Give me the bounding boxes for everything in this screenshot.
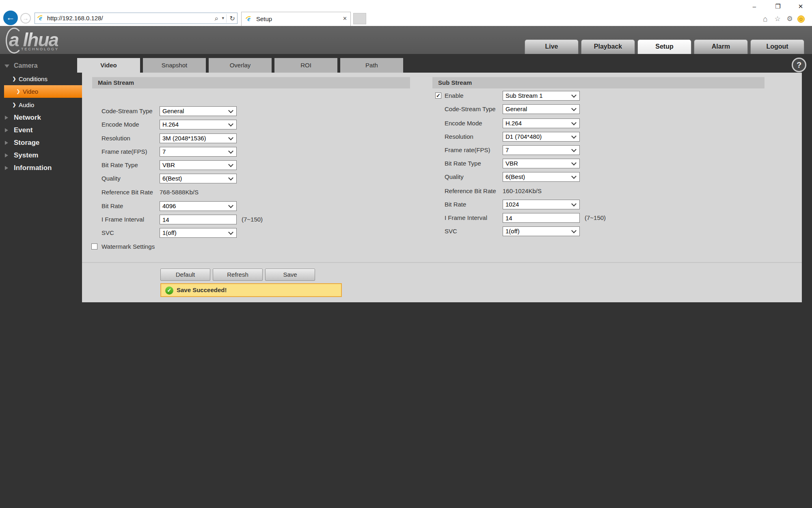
field-value: 160-1024Kb/S — [503, 186, 542, 196]
field-label: SVC — [445, 226, 457, 236]
enable-checkbox[interactable]: ✓ — [435, 93, 441, 99]
sidebar-group-storage[interactable]: Storage — [0, 137, 82, 149]
chevron-down-icon — [571, 93, 577, 98]
sidebar-group-label: System — [14, 150, 38, 161]
ie-icon: e — [245, 15, 253, 23]
nav-button-alarm[interactable]: Alarm — [694, 39, 748, 54]
sidebar-item-video[interactable]: ❯Video — [4, 85, 82, 98]
refresh-button[interactable]: Refresh — [213, 269, 263, 281]
enable-label: Enable — [445, 91, 464, 101]
sidebar-item-audio[interactable]: ❯Audio — [0, 99, 82, 110]
select-quality[interactable]: 6(Best) — [503, 172, 580, 182]
select-code-stream-type[interactable]: General — [503, 104, 580, 114]
sidebar-group-label: Storage — [14, 137, 39, 149]
chevron-down-icon — [571, 147, 577, 152]
field-label: Bit Rate Type — [445, 159, 481, 168]
restore-icon[interactable]: ❐ — [772, 2, 784, 11]
select-sub-stream[interactable]: Sub Stream 1 — [503, 91, 580, 101]
browser-tab-title: Setup — [256, 15, 272, 22]
field-label: Resolution — [445, 132, 473, 142]
default-button[interactable]: Default — [160, 269, 210, 281]
refresh-icon[interactable]: ↻ — [230, 15, 235, 22]
form-row-resolution: ResolutionD1 (704*480) — [82, 132, 802, 142]
tab-overlay[interactable]: Overlay — [209, 58, 272, 73]
select-bit-rate[interactable]: 1024 — [503, 200, 580, 209]
new-tab-button[interactable] — [353, 13, 366, 24]
triangle-right-icon — [5, 128, 8, 132]
home-icon[interactable]: ⌂ — [761, 15, 770, 24]
chevron-down-icon — [571, 201, 577, 207]
browser-chrome: ← → e http://192.168.0.128/ ⌕ ▾ ↻ e Setu… — [0, 0, 812, 26]
app-header: alhua TECHNOLOGY LivePlaybackSetupAlarmL… — [0, 26, 812, 54]
tab-snapshot[interactable]: Snapshot — [143, 58, 206, 73]
chevron-down-icon — [571, 120, 577, 125]
sidebar-item-label: Conditions — [19, 73, 48, 84]
nav-button-live[interactable]: Live — [525, 39, 579, 54]
field-label: Frame rate(FPS) — [445, 145, 490, 155]
select-bit-rate-type[interactable]: VBR — [503, 159, 580, 168]
save-succeeded-banner: ✓ Save Succeeded! — [160, 283, 342, 297]
sidebar-group-label: Camera — [14, 60, 38, 71]
address-bar[interactable]: e http://192.168.0.128/ ⌕ ▾ ↻ — [35, 13, 238, 24]
chevron-right-icon: ❯ — [12, 99, 16, 110]
star-icon[interactable]: ☆ — [773, 15, 782, 23]
sidebar-group-camera[interactable]: Camera — [0, 60, 82, 71]
url-text[interactable]: http://192.168.0.128/ — [47, 15, 103, 22]
sidebar-group-information[interactable]: Information — [0, 162, 82, 174]
forward-icon[interactable]: → — [20, 13, 31, 24]
sidebar-group-event[interactable]: Event — [0, 125, 82, 136]
form-row-bit-rate-type: Bit Rate TypeVBR — [82, 159, 802, 168]
tab-roi[interactable]: ROI — [274, 58, 337, 73]
chevron-down-icon — [571, 174, 577, 179]
field-label: Quality — [445, 172, 464, 182]
sidebar-item-label: Audio — [19, 99, 34, 110]
field-label: Bit Rate — [445, 200, 466, 209]
ie-icon: e — [37, 15, 44, 22]
close-icon[interactable]: ✕ — [795, 2, 807, 11]
main-stream-header: Main Stream — [92, 77, 410, 88]
nav-button-logout[interactable]: Logout — [750, 39, 804, 54]
sidebar-group-system[interactable]: System — [0, 150, 82, 161]
nav-button-setup[interactable]: Setup — [637, 39, 691, 54]
search-icon[interactable]: ⌕ — [214, 15, 218, 23]
form-row-encode-mode: Encode ModeH.264 — [82, 118, 802, 128]
content-panel: Main Stream Sub Stream Code-Stream TypeG… — [82, 73, 802, 302]
sidebar-group-label: Network — [14, 112, 41, 123]
chevron-down-icon — [571, 133, 577, 139]
gear-icon[interactable]: ⚙ — [785, 15, 794, 23]
help-icon[interactable]: ? — [792, 58, 806, 72]
form-row-reference-bit-rate: Reference Bit Rate160-1024Kb/S — [82, 186, 802, 196]
sub-stream-header: Sub Stream — [432, 77, 764, 88]
nav-button-playback[interactable]: Playback — [581, 39, 635, 54]
form-row-i-frame-interval: I Frame Interval(7~150) — [82, 213, 802, 223]
back-icon[interactable]: ← — [3, 11, 18, 25]
select-svc[interactable]: 1(off) — [503, 226, 580, 236]
input-i-frame-interval[interactable] — [503, 213, 580, 223]
browser-tab-setup[interactable]: e Setup ✕ — [241, 12, 351, 26]
select-encode-mode[interactable]: H.264 — [503, 118, 580, 128]
field-hint: (7~150) — [585, 213, 606, 223]
field-label: Code-Stream Type — [445, 104, 496, 114]
sidebar-item-conditions[interactable]: ❯Conditions — [0, 73, 82, 84]
select-frame-rate-fps-[interactable]: 7 — [503, 145, 580, 155]
chevron-down-icon[interactable]: ▾ — [222, 15, 224, 21]
select-resolution[interactable]: D1 (704*480) — [503, 132, 580, 142]
save-button[interactable]: Save — [265, 269, 315, 281]
chevron-down-icon — [571, 106, 577, 111]
triangle-right-icon — [5, 116, 8, 120]
form-row-enable: ✓EnableSub Stream 1 — [82, 91, 802, 101]
tab-path[interactable]: Path — [340, 58, 403, 73]
minimize-icon[interactable]: – — [748, 2, 760, 11]
sidebar-group-network[interactable]: Network — [0, 112, 82, 123]
tab-video[interactable]: Video — [77, 58, 140, 73]
chevron-right-icon: ❯ — [16, 85, 20, 98]
close-icon[interactable]: ✕ — [343, 15, 347, 22]
watermark-checkbox[interactable] — [91, 243, 97, 250]
form-row-svc: SVC1(off) — [82, 226, 802, 236]
field-label: Encode Mode — [445, 118, 482, 128]
sidebar-item-label: Video — [23, 85, 38, 98]
smiley-icon[interactable]: ☺ — [797, 15, 805, 23]
sidebar-group-label: Event — [14, 125, 32, 136]
save-succeeded-text: Save Succeeded! — [177, 286, 227, 293]
chevron-right-icon: ❯ — [12, 73, 16, 84]
